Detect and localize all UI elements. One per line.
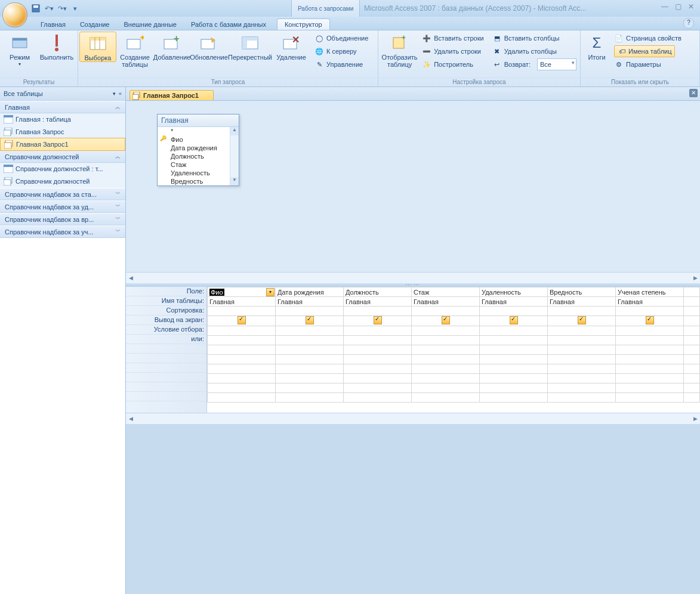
- grid-cell[interactable]: [480, 383, 548, 393]
- grid-cell[interactable]: [344, 393, 412, 403]
- grid-cell[interactable]: [684, 336, 700, 345]
- field-item[interactable]: *: [158, 127, 239, 135]
- grid-cell[interactable]: [548, 345, 616, 355]
- select-query-button[interactable]: Выборка: [79, 32, 116, 62]
- nav-item-main-table[interactable]: Главная : таблица: [0, 113, 125, 126]
- table-scrollbar[interactable]: ▲▼: [230, 127, 239, 185]
- nav-group-positions[interactable]: Справочник должностей︽: [0, 150, 125, 163]
- checkbox-icon[interactable]: [306, 316, 314, 324]
- nav-item-pos[interactable]: Справочник должностей: [0, 175, 125, 188]
- grid-cell[interactable]: [616, 374, 684, 383]
- grid-cell[interactable]: [548, 355, 616, 364]
- grid-cell[interactable]: Главная: [616, 297, 684, 307]
- field-item[interactable]: Стаж: [158, 160, 239, 169]
- checkbox-icon[interactable]: [578, 316, 586, 324]
- grid-cell[interactable]: [480, 355, 548, 364]
- grid-cell[interactable]: [276, 316, 344, 326]
- table-box[interactable]: Главная * Фио Дата рождения Должность Ст…: [157, 114, 239, 186]
- close-icon[interactable]: ✕: [686, 2, 696, 11]
- grid-cell[interactable]: Фио▾: [208, 287, 276, 297]
- grid-cell[interactable]: [616, 393, 684, 403]
- grid-cell[interactable]: [616, 336, 684, 345]
- grid-cell[interactable]: Стаж: [412, 287, 480, 297]
- grid-cell[interactable]: [548, 374, 616, 383]
- delete-cols-button[interactable]: ✖Удалить столбцы: [490, 45, 579, 58]
- grid-cell[interactable]: [344, 345, 412, 355]
- field-item-key[interactable]: Фио: [158, 135, 239, 144]
- nav-group-main[interactable]: Главная︽: [0, 101, 125, 113]
- grid-cell[interactable]: [480, 364, 548, 374]
- grid-cell[interactable]: [616, 364, 684, 374]
- scroll-up-icon[interactable]: ▲: [230, 127, 239, 135]
- undo-icon[interactable]: ↶▾: [44, 4, 54, 13]
- save-icon[interactable]: [31, 4, 41, 13]
- grid-cell[interactable]: [208, 364, 276, 374]
- scroll-left-icon[interactable]: ◀: [126, 275, 135, 281]
- grid-cell[interactable]: [684, 287, 700, 297]
- grid-cell[interactable]: [616, 345, 684, 355]
- view-button[interactable]: Режим▾: [1, 32, 38, 68]
- insert-cols-button[interactable]: ⬒Вставить столбцы: [490, 32, 579, 45]
- grid-cell[interactable]: Вредность: [548, 287, 616, 297]
- update-button[interactable]: Обновление: [190, 32, 227, 61]
- grid-cell[interactable]: [480, 336, 548, 345]
- insert-rows-button[interactable]: ➕Вставить строки: [420, 32, 486, 45]
- parameters-button[interactable]: ⚙Параметры: [612, 58, 684, 71]
- grid-cell[interactable]: [412, 364, 480, 374]
- scroll-right-icon[interactable]: ▶: [690, 416, 700, 422]
- field-item[interactable]: Вредность: [158, 177, 239, 185]
- grid-cell[interactable]: [344, 307, 412, 316]
- grid-cell[interactable]: [276, 326, 344, 336]
- builder-button[interactable]: ✨Построитель: [420, 58, 486, 71]
- grid-cell[interactable]: [684, 326, 700, 336]
- crosstab-button[interactable]: Перекрестный: [227, 32, 273, 61]
- grid-cell[interactable]: [412, 355, 480, 364]
- help-icon[interactable]: ?: [683, 18, 694, 29]
- grid-cell[interactable]: [616, 355, 684, 364]
- run-button[interactable]: Выполнить: [38, 32, 75, 61]
- redo-icon[interactable]: ↷▾: [57, 4, 67, 13]
- nav-group-sta[interactable]: Справочник надбавок за ста...︾: [0, 188, 125, 200]
- grid-cell[interactable]: [276, 393, 344, 403]
- checkbox-icon[interactable]: [374, 316, 382, 324]
- nav-header[interactable]: Все таблицы▾ «: [0, 87, 125, 101]
- grid-cell[interactable]: [480, 393, 548, 403]
- scroll-right-icon[interactable]: ▶: [690, 275, 700, 281]
- scroll-down-icon[interactable]: ▼: [230, 177, 239, 185]
- grid-cell[interactable]: [412, 336, 480, 345]
- grid-cell[interactable]: [344, 364, 412, 374]
- grid-cell[interactable]: [208, 326, 276, 336]
- grid-cell[interactable]: [208, 383, 276, 393]
- tab-external[interactable]: Внешние данные: [117, 19, 184, 30]
- grid-cell[interactable]: [684, 374, 700, 383]
- grid-cell[interactable]: Главная: [208, 297, 276, 307]
- grid-cell[interactable]: [548, 307, 616, 316]
- checkbox-icon[interactable]: [510, 316, 518, 324]
- nav-item-query0[interactable]: Главная Запрос: [0, 126, 125, 138]
- grid-cell[interactable]: [684, 393, 700, 403]
- design-surface[interactable]: Главная * Фио Дата рождения Должность Ст…: [126, 101, 700, 272]
- grid-cell[interactable]: [208, 355, 276, 364]
- make-table-button[interactable]: ✦Создание таблицы: [116, 32, 153, 68]
- document-close-button[interactable]: ✕: [689, 89, 698, 97]
- grid-cell[interactable]: [684, 297, 700, 307]
- grid-cell[interactable]: [344, 336, 412, 345]
- grid-cell[interactable]: Должность: [344, 287, 412, 297]
- grid-cell[interactable]: [548, 316, 616, 326]
- grid-cell[interactable]: [276, 345, 344, 355]
- maximize-icon[interactable]: ▢: [673, 2, 683, 11]
- nav-dropdown-icon[interactable]: ▾ «: [113, 91, 122, 97]
- field-item[interactable]: Удаленность: [158, 169, 239, 177]
- grid-cell[interactable]: Удаленность: [480, 287, 548, 297]
- grid-cell[interactable]: [480, 345, 548, 355]
- grid-cell[interactable]: [548, 393, 616, 403]
- grid-cell[interactable]: [208, 336, 276, 345]
- grid-cell[interactable]: [412, 307, 480, 316]
- grid-cell[interactable]: [684, 355, 700, 364]
- grid-cell[interactable]: Ученая степень: [616, 287, 684, 297]
- tab-design[interactable]: Конструктор: [277, 18, 330, 30]
- grid-cell[interactable]: [344, 383, 412, 393]
- grid-cell[interactable]: [616, 307, 684, 316]
- grid-cell[interactable]: Дата рождения: [276, 287, 344, 297]
- grid-cell[interactable]: [480, 374, 548, 383]
